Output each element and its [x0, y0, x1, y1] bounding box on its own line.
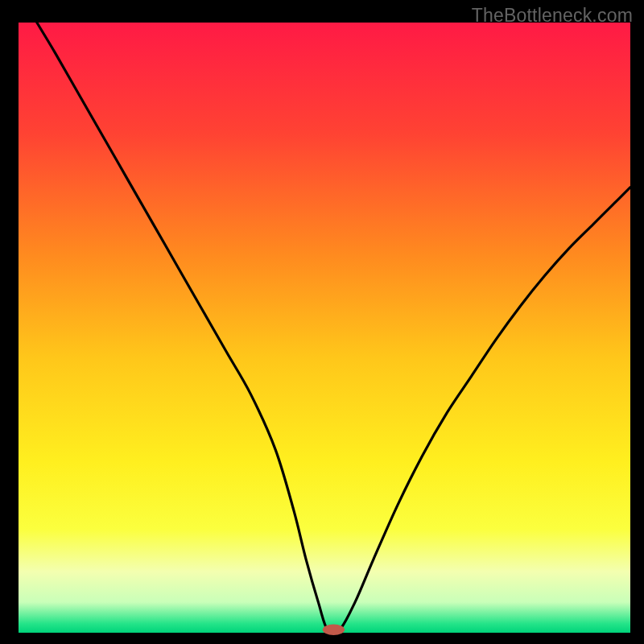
- chart-frame: TheBottleneck.com: [0, 0, 644, 644]
- bottleneck-chart: [0, 0, 644, 644]
- plot-background: [19, 23, 630, 633]
- optimum-marker: [323, 624, 345, 635]
- watermark-text: TheBottleneck.com: [472, 5, 633, 27]
